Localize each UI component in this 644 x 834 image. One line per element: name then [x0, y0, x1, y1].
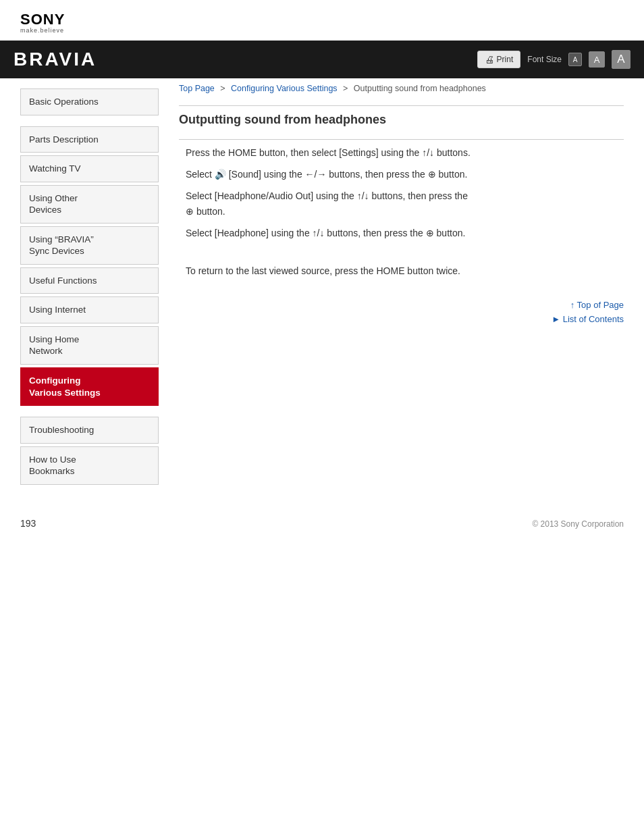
paragraph-5: To return to the last viewed source, pre… — [186, 263, 617, 280]
list-of-contents-link[interactable]: ► List of Contents — [179, 314, 624, 324]
print-button[interactable]: 🖨 Print — [477, 51, 521, 68]
font-size-label: Font Size — [527, 55, 562, 64]
divider-below-title — [179, 139, 624, 140]
breadcrumb-top-page[interactable]: Top Page — [179, 84, 215, 93]
logo-area: SONY make.believe — [0, 0, 644, 41]
sidebar-item-useful-functions[interactable]: Useful Functions — [20, 267, 159, 294]
main-layout: Basic Operations Parts Description Watch… — [0, 78, 644, 498]
header-controls: 🖨 Print Font Size A A A — [477, 50, 630, 69]
breadcrumb-current: Outputting sound from headphones — [354, 84, 486, 93]
breadcrumb: Top Page > Configuring Various Settings … — [179, 78, 624, 100]
list-of-contents-label: List of Contents — [563, 314, 624, 324]
top-of-page-label: Top of Page — [577, 300, 624, 310]
body-text: Press the HOME button, then select [Sett… — [186, 145, 617, 280]
font-small-button[interactable]: A — [568, 53, 582, 66]
print-icon: 🖨 — [485, 54, 494, 65]
header-bar: BRAVIA 🖨 Print Font Size A A A — [0, 41, 644, 78]
copyright: © 2013 Sony Corporation — [532, 519, 624, 529]
sidebar-item-how-to-use[interactable]: How to UseBookmarks — [20, 446, 159, 485]
sony-tagline: make.believe — [20, 27, 624, 34]
page-title: Outputting sound from headphones — [179, 113, 624, 127]
sidebar-item-using-bravia-sync[interactable]: Using “BRAVIA”Sync Devices — [20, 226, 159, 265]
up-arrow-icon: ↑ — [570, 300, 575, 310]
breadcrumb-section[interactable]: Configuring Various Settings — [231, 84, 338, 93]
divider-top — [179, 105, 624, 106]
sidebar-item-using-home-network[interactable]: Using HomeNetwork — [20, 326, 159, 365]
bravia-title: BRAVIA — [14, 49, 97, 70]
content-area: Top Page > Configuring Various Settings … — [165, 78, 644, 498]
sidebar: Basic Operations Parts Description Watch… — [0, 78, 165, 498]
sidebar-item-basic-operations[interactable]: Basic Operations — [20, 88, 159, 115]
sidebar-item-parts-description[interactable]: Parts Description — [20, 126, 159, 153]
sidebar-item-watching-tv[interactable]: Watching TV — [20, 155, 159, 182]
breadcrumb-sep2: > — [343, 84, 350, 93]
print-label: Print — [497, 55, 514, 64]
top-of-page-link[interactable]: ↑ Top of Page — [179, 300, 624, 310]
sidebar-item-using-internet[interactable]: Using Internet — [20, 296, 159, 323]
sidebar-item-using-other-devices[interactable]: Using OtherDevices — [20, 185, 159, 224]
page-footer: 193 © 2013 Sony Corporation — [0, 511, 644, 542]
sony-logo: SONY — [20, 12, 624, 27]
breadcrumb-sep1: > — [220, 84, 227, 93]
paragraph-4: Select [Headphone] using the ↑/↓ buttons… — [186, 226, 617, 242]
page-number-value: 193 — [20, 518, 36, 529]
paragraph-2: Select 🔊 [Sound] using the ←/→ buttons, … — [186, 167, 617, 183]
footer-links: ↑ Top of Page ► List of Contents — [179, 300, 624, 324]
page-number: 193 — [20, 518, 36, 529]
paragraph-1: Press the HOME button, then select [Sett… — [186, 145, 617, 161]
font-large-button[interactable]: A — [612, 50, 630, 69]
page-title-area: Outputting sound from headphones — [179, 113, 624, 127]
paragraph-3: Select [Headphone/Audio Out] using the ↑… — [186, 188, 617, 221]
font-medium-button[interactable]: A — [589, 51, 605, 68]
sidebar-item-configuring-settings[interactable]: ConfiguringVarious Settings — [20, 367, 159, 406]
right-arrow-icon: ► — [552, 314, 560, 324]
sidebar-item-troubleshooting[interactable]: Troubleshooting — [20, 417, 159, 444]
